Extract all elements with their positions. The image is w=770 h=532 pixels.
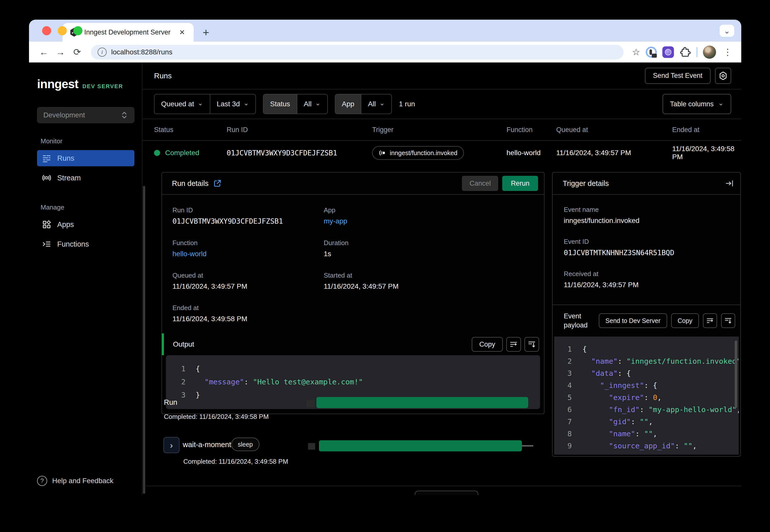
field-label: Received at xyxy=(564,270,730,278)
table-columns-button[interactable]: Table columns ⌄ xyxy=(663,94,731,114)
wrap-text-button[interactable] xyxy=(506,337,521,352)
refresh-icon[interactable]: ⟳ xyxy=(70,45,84,59)
step-completed-text: Completed: 11/16/2024, 3:49:58 PM xyxy=(183,458,288,465)
browser-menu-icon[interactable]: ⋮ xyxy=(722,47,734,57)
sidebar-section-manage: Manage Apps xyxy=(37,204,134,256)
tab-close-icon[interactable]: ✕ xyxy=(177,27,187,38)
copy-output-button[interactable]: Copy xyxy=(472,337,503,352)
wrap-text-button[interactable] xyxy=(703,313,717,328)
line-number: 10 xyxy=(554,452,572,455)
scroll-to-bottom-button[interactable] xyxy=(721,313,735,328)
code-line: 7 "gid": "", xyxy=(554,416,739,428)
main-content: Runs Send Test Event xyxy=(142,62,741,495)
collapse-panel-icon[interactable] xyxy=(725,179,734,188)
partial-button[interactable] xyxy=(415,491,478,495)
toolbar-divider xyxy=(697,47,697,57)
copy-payload-button[interactable]: Copy xyxy=(671,313,699,328)
app-filter-label: App xyxy=(335,94,361,114)
site-info-icon[interactable]: i xyxy=(97,48,107,57)
runs-queue-icon xyxy=(42,154,51,163)
tab-search-chevron-button[interactable]: ⌄ xyxy=(720,25,734,37)
field-label: Run ID xyxy=(172,206,324,214)
status-filter[interactable]: Status All ⌄ xyxy=(263,94,328,114)
settings-gear-button[interactable] xyxy=(715,68,731,84)
run-completed-text: Completed: 11/16/2024, 3:49:58 PM xyxy=(164,413,269,421)
status-filter-value[interactable]: All ⌄ xyxy=(297,94,327,114)
minimize-window-button[interactable] xyxy=(58,26,67,35)
environment-selector[interactable]: Development xyxy=(37,107,134,123)
run-details-header: Run details Cancel Rerun xyxy=(162,173,544,195)
status-cell: Completed xyxy=(154,149,227,157)
code-line: 3 "data": { xyxy=(554,367,739,379)
sidebar-item-apps[interactable]: Apps xyxy=(37,216,134,232)
run-details-panel: Run details Cancel Rerun Run ID0 xyxy=(161,172,544,414)
help-and-feedback[interactable]: ? Help and Feedback xyxy=(37,476,134,486)
apps-grid-icon xyxy=(42,220,51,229)
content-scrollbar[interactable] xyxy=(143,186,145,494)
table-header: StatusRun IDTriggerFunctionQueued atEnde… xyxy=(142,119,741,141)
code-line: 10 "source_fn_id": "", xyxy=(554,452,739,455)
scroll-to-bottom-button[interactable] xyxy=(524,337,539,352)
payload-scrollbar[interactable] xyxy=(735,341,737,408)
run-timeline-bar[interactable] xyxy=(316,397,528,408)
field-value[interactable]: my-app xyxy=(324,217,534,225)
chevron-down-icon: ⌄ xyxy=(718,102,724,105)
forward-icon[interactable]: → xyxy=(53,45,68,59)
run-details-title: Run details xyxy=(172,179,209,188)
field-label: Function xyxy=(172,239,324,247)
step-timeline-bar[interactable] xyxy=(319,440,522,451)
expand-step-button[interactable]: › xyxy=(163,437,179,453)
new-tab-button[interactable]: + xyxy=(200,27,212,38)
status-completed-dot xyxy=(154,150,160,156)
window-controls[interactable] xyxy=(42,26,82,35)
trigger-pill[interactable]: inngest/function.invoked xyxy=(372,146,464,160)
output-actions: Copy xyxy=(472,337,539,352)
run-row[interactable]: Completed 01JCVBTMV3WXY9D3CFDEJFZSB1 inn… xyxy=(142,141,741,165)
browser-toolbar: ← → ⟳ i localhost:8288/runs ☆ ⋮ xyxy=(29,42,741,62)
app-filter-value[interactable]: All ⌄ xyxy=(361,94,391,114)
trigger-details-title: Trigger details xyxy=(563,179,609,188)
field-label: App xyxy=(324,206,534,214)
trigger-details-panel: Trigger details Event nameinngest/functi… xyxy=(552,172,741,457)
field-value: 1s xyxy=(324,250,534,258)
detail-field: Run ID01JCVBTMV3WXY9D3CFDEJFZSB1 xyxy=(172,206,324,225)
extensions-puzzle-icon[interactable] xyxy=(680,46,691,58)
chevron-down-icon: ⌄ xyxy=(243,102,249,105)
step-type-badge: sleep xyxy=(231,438,260,451)
time-field-select[interactable]: Queued at ⌄ xyxy=(154,94,210,114)
cancel-button[interactable]: Cancel xyxy=(462,176,498,191)
help-label: Help and Feedback xyxy=(52,477,113,485)
detail-field: Functionhello-world xyxy=(172,239,324,258)
header-actions: Send Test Event xyxy=(645,68,731,84)
back-icon[interactable]: ← xyxy=(37,45,51,59)
filters-bar: Queued at ⌄ Last 3d ⌄ Status xyxy=(142,89,741,119)
sidebar-item-functions[interactable]: Functions xyxy=(37,236,134,252)
app-filter[interactable]: App All ⌄ xyxy=(335,94,392,114)
send-test-event-button[interactable]: Send Test Event xyxy=(645,68,711,84)
bookmark-star-icon[interactable]: ☆ xyxy=(632,47,640,57)
purple-extension-icon[interactable] xyxy=(662,46,674,58)
line-number: 4 xyxy=(554,379,572,391)
wrap-text-icon xyxy=(706,317,714,324)
browser-window: Inngest Development Server ✕ + ⌄ ← → ⟳ i… xyxy=(29,20,741,495)
field-value: 11/16/2024, 3:49:57 PM xyxy=(324,282,534,290)
field-value[interactable]: hello-world xyxy=(172,250,324,258)
time-range-select[interactable]: Last 3d ⌄ xyxy=(210,94,256,114)
profile-avatar[interactable] xyxy=(703,46,716,59)
sidebar-item-stream[interactable]: Stream xyxy=(37,170,134,186)
password-manager-extension-icon[interactable] xyxy=(646,47,657,58)
function-cell: hello-world xyxy=(506,149,556,157)
send-to-dev-server-button[interactable]: Send to Dev Server xyxy=(599,313,667,328)
chevron-updown-icon xyxy=(120,111,128,119)
sidebar-item-label: Runs xyxy=(57,154,74,162)
rerun-button[interactable]: Rerun xyxy=(502,176,538,191)
url-bar[interactable]: i localhost:8288/runs xyxy=(91,45,624,59)
close-window-button[interactable] xyxy=(42,26,51,35)
logo: inngest DEV SERVER xyxy=(37,77,134,91)
external-link-icon[interactable] xyxy=(213,179,222,188)
maximize-window-button[interactable] xyxy=(73,26,82,35)
time-filter[interactable]: Queued at ⌄ Last 3d ⌄ xyxy=(154,94,256,114)
sidebar-item-runs[interactable]: Runs xyxy=(37,150,134,166)
chevron-down-icon: ⌄ xyxy=(315,102,321,105)
status-text: Completed xyxy=(165,149,199,157)
